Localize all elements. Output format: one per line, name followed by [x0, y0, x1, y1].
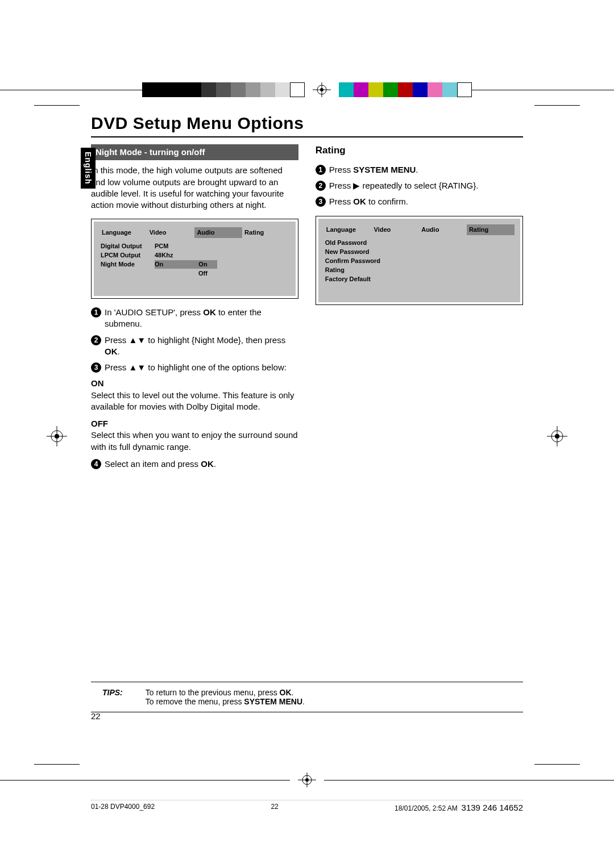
- rating-step-3: 3Press OK to confirm.: [316, 196, 523, 207]
- rating-step-1: 1Press SYSTEM MENU.: [316, 164, 523, 176]
- footer-right: 18/01/2005, 2:52 AM 3139 246 14652: [395, 803, 523, 812]
- registration-mark-bottom-icon: [290, 773, 324, 787]
- step-2: 2Press ▲▼ to highlight {Night Mode}, the…: [91, 335, 298, 358]
- osd-tab-video: Video: [147, 227, 195, 238]
- tips-box: TIPS: To return to the previous menu, pr…: [91, 682, 523, 712]
- greyscale-patches: [142, 82, 305, 97]
- osd-screenshot-rating: Language Video Audio Rating Old Password…: [316, 216, 523, 305]
- registration-mark-icon: [305, 82, 339, 97]
- footer-center: 22: [271, 803, 278, 812]
- osd-tab-audio: Audio: [194, 227, 242, 238]
- left-column: Night Mode - turning on/off In this mode…: [91, 141, 298, 474]
- off-text: Select this when you want to enjoy the s…: [91, 429, 298, 453]
- svg-point-15: [305, 778, 309, 782]
- svg-point-3: [320, 88, 323, 91]
- night-mode-intro: In this mode, the high volume outputs ar…: [91, 165, 298, 211]
- step-4: 4Select an item and press OK.: [91, 458, 298, 470]
- osd-tab-audio2: Audio: [419, 224, 467, 235]
- registration-mark-left-icon: [45, 425, 68, 448]
- osd-tab-rating2: Rating: [467, 224, 515, 235]
- page-number: 22: [91, 711, 101, 721]
- language-tab: English: [81, 148, 96, 189]
- osd-tab-rating: Rating: [242, 227, 290, 238]
- on-label: ON: [91, 378, 298, 389]
- osd-tab-language2: Language: [324, 224, 372, 235]
- registration-mark-right-icon: [546, 425, 569, 448]
- osd-screenshot-audio: Language Video Audio Rating Digital Outp…: [91, 219, 298, 299]
- svg-point-7: [55, 434, 59, 439]
- registration-bar-top: [0, 82, 614, 97]
- registration-bar-bottom: [0, 773, 614, 787]
- night-mode-heading: Night Mode - turning on/off: [91, 144, 298, 160]
- on-text: Select this to level out the volume. Thi…: [91, 390, 298, 413]
- off-label: OFF: [91, 418, 298, 429]
- footer-line: 01-28 DVP4000_692 22 18/01/2005, 2:52 AM…: [91, 800, 523, 812]
- rating-step-2: 2Press ▶ repeatedly to select {RATING}.: [316, 180, 523, 191]
- page-title: DVD Setup Menu Options: [91, 114, 523, 137]
- right-column: Rating 1Press SYSTEM MENU. 2Press ▶ repe…: [316, 141, 523, 474]
- color-patches: [339, 82, 472, 97]
- rating-heading: Rating: [316, 144, 523, 157]
- step-3: 3Press ▲▼ to highlight one of the option…: [91, 362, 298, 373]
- osd-tab-video2: Video: [372, 224, 420, 235]
- osd-tab-language: Language: [99, 227, 147, 238]
- svg-point-11: [555, 434, 559, 439]
- tips-label: TIPS:: [102, 688, 123, 706]
- step-1: 1In 'AUDIO SETUP', press OK to enter the…: [91, 307, 298, 330]
- footer-left: 01-28 DVP4000_692: [91, 803, 155, 812]
